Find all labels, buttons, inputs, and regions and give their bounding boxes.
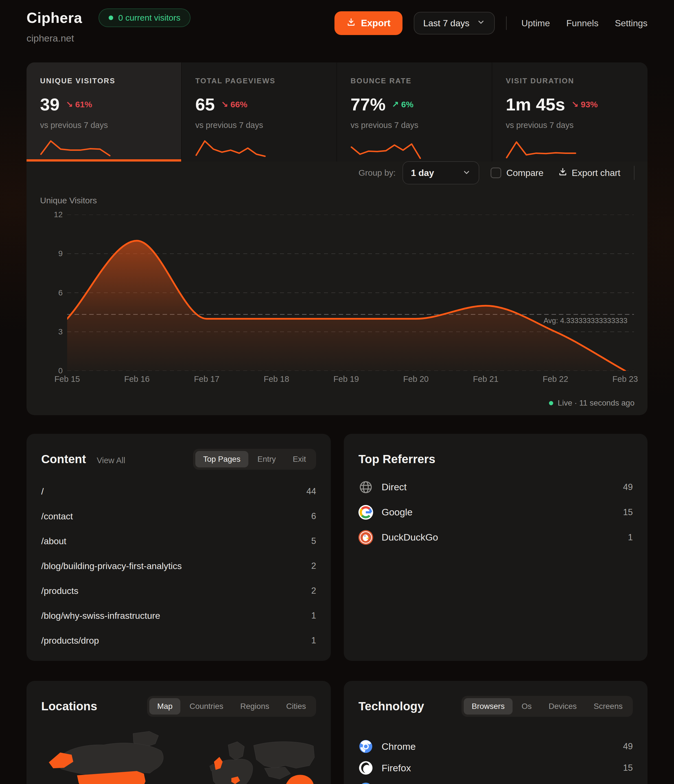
chevron-down-icon (477, 18, 485, 28)
nav-link-settings[interactable]: Settings (615, 18, 648, 28)
table-row[interactable]: /44 (41, 479, 316, 504)
page-count: 2 (311, 586, 316, 596)
tab-cities[interactable]: Cities (278, 698, 314, 714)
current-visitors-badge[interactable]: 0 current visitors (98, 8, 191, 27)
technology-tabs: BrowsersOsDevicesScreens (461, 696, 633, 717)
row-left: Chrome (359, 739, 416, 754)
table-row[interactable]: /blog/building-privacy-first-analytics2 (41, 554, 316, 579)
stat-comparison-label: vs previous 7 days (506, 121, 639, 130)
date-range-select[interactable]: Last 7 days (414, 12, 495, 34)
tab-regions[interactable]: Regions (232, 698, 277, 714)
stat-value-row: 65↘ 66% (195, 94, 328, 114)
controls-divider (634, 166, 635, 180)
page-path: /about (41, 536, 66, 546)
x-tick-label: Feb 23 (612, 375, 638, 384)
content-rows: /44/contact6/about5/blog/building-privac… (41, 479, 316, 653)
export-chart-button[interactable]: Export chart (558, 167, 620, 179)
tab-entry[interactable]: Entry (250, 451, 284, 467)
tab-browsers[interactable]: Browsers (464, 698, 512, 714)
map-canada (57, 743, 163, 777)
live-dot-icon (549, 401, 553, 405)
world-map[interactable] (41, 726, 315, 784)
group-by-select[interactable]: 1 day (402, 161, 479, 184)
table-row[interactable]: /products2 (41, 579, 316, 603)
chart-section: Group by: 1 day Compare Export chart Uni… (26, 145, 648, 415)
table-row[interactable]: /blog/why-swiss-infrastructure1 (41, 603, 316, 628)
referrer-row[interactable]: Google15 (359, 499, 633, 525)
locations-panel: Locations MapCountriesRegionsCities (26, 681, 331, 784)
tab-top-pages[interactable]: Top Pages (195, 451, 248, 467)
group-by-value: 1 day (411, 168, 434, 178)
tab-exit[interactable]: Exit (285, 451, 314, 467)
table-row[interactable]: /contact6 (41, 504, 316, 529)
compare-checkbox[interactable] (491, 168, 501, 178)
row-count: 15 (623, 763, 633, 773)
technology-panel: Technology BrowsersOsDevicesScreens Chro… (344, 681, 648, 784)
tab-devices[interactable]: Devices (541, 698, 585, 714)
stat-comparison-label: vs previous 7 days (195, 121, 328, 130)
page-path: /blog/why-swiss-infrastructure (41, 611, 160, 621)
stat-delta: ↘ 61% (66, 100, 92, 109)
page-count: 5 (311, 536, 316, 546)
x-tick-label: Feb 22 (543, 375, 568, 384)
stat-value-row: 39↘ 61% (40, 94, 173, 114)
map-russia (254, 742, 315, 768)
browser-row[interactable]: Chrome49 (359, 736, 633, 757)
row-left: Firefox (359, 761, 411, 775)
row-left: DuckDuckGo (359, 530, 438, 545)
referrer-row[interactable]: Direct49 (359, 474, 633, 499)
y-tick-label: 12 (32, 210, 63, 220)
live-status: Live · 11 seconds ago (549, 398, 635, 408)
row-label: Direct (382, 482, 407, 493)
group-by-label: Group by: (359, 168, 396, 177)
row-count: 1 (628, 532, 633, 543)
page-path: / (41, 486, 44, 497)
tab-countries[interactable]: Countries (182, 698, 231, 714)
export-button[interactable]: Export (334, 11, 402, 35)
tab-os[interactable]: Os (514, 698, 540, 714)
export-chart-label: Export chart (572, 168, 620, 178)
y-tick-label: 9 (32, 249, 63, 259)
tab-screens[interactable]: Screens (585, 698, 631, 714)
download-icon (346, 17, 356, 29)
visitors-chart[interactable] (67, 215, 634, 371)
stat-delta: ↘ 66% (221, 100, 247, 109)
x-axis-labels: Feb 15Feb 16Feb 17Feb 18Feb 19Feb 20Feb … (67, 375, 625, 386)
referrer-row[interactable]: DuckDuckGo1 (359, 525, 633, 550)
compare-label: Compare (506, 168, 544, 178)
browser-row[interactable] (359, 779, 633, 784)
stat-label: TOTAL PAGEVIEWS (195, 76, 328, 85)
stat-value: 1m 45s (506, 94, 565, 114)
browser-row[interactable]: Firefox15 (359, 757, 633, 779)
page-path: /blog/building-privacy-first-analytics (41, 561, 182, 571)
table-row[interactable]: /products/drop1 (41, 628, 316, 653)
header-controls: Export Last 7 days UptimeFunnelsSettings (334, 11, 648, 35)
site-identity: Ciphera 0 current visitors ciphera.net (26, 8, 191, 44)
referrers-panel: Top Referrers Direct49Google15DuckDuckGo… (344, 434, 648, 661)
row-left (359, 782, 382, 784)
locations-title: Locations (41, 700, 97, 713)
stat-label: BOUNCE RATE (351, 76, 483, 85)
google-icon (359, 505, 373, 520)
x-tick-label: Feb 18 (264, 375, 289, 384)
x-tick-label: Feb 16 (124, 375, 150, 384)
export-button-label: Export (361, 18, 391, 28)
view-all-link[interactable]: View All (97, 456, 125, 465)
page-path: /products/drop (41, 635, 99, 646)
referrer-rows: Direct49Google15DuckDuckGo1 (359, 474, 633, 550)
stat-delta: ↗ 6% (392, 100, 413, 109)
table-row[interactable]: /about5 (41, 529, 316, 554)
page-count: 1 (311, 635, 316, 646)
y-tick-label: 6 (32, 288, 63, 298)
date-range-value: Last 7 days (423, 18, 470, 28)
page-count: 1 (311, 611, 316, 621)
row-label: Google (382, 507, 413, 518)
site-title: Ciphera (26, 9, 82, 26)
page-path: /contact (41, 511, 73, 522)
technology-title: Technology (359, 700, 424, 713)
locations-tabs: MapCountriesRegionsCities (147, 696, 316, 717)
tab-map[interactable]: Map (149, 698, 180, 714)
chart-controls: Group by: 1 day Compare Export chart (359, 161, 635, 185)
nav-link-funnels[interactable]: Funnels (567, 18, 599, 28)
nav-link-uptime[interactable]: Uptime (521, 18, 550, 28)
